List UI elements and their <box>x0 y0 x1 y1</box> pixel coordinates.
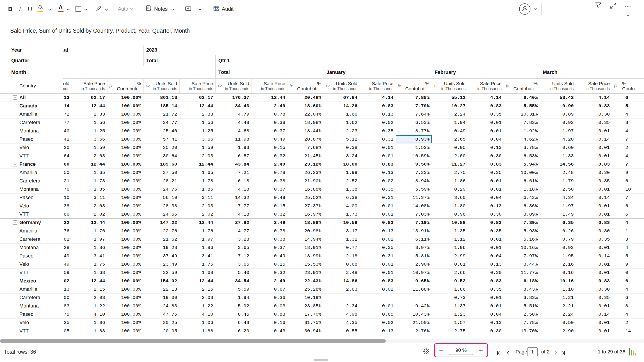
table-cell[interactable]: 0.30 <box>468 327 504 335</box>
table-cell[interactable]: 0.01 <box>360 152 396 160</box>
table-cell[interactable]: 2 <box>612 144 644 152</box>
table-cell[interactable]: 22.13 <box>143 285 179 293</box>
table-cell[interactable]: 25.40 <box>143 127 179 135</box>
font-color-button[interactable]: A <box>58 4 64 12</box>
table-cell[interactable]: 1.86 <box>432 177 468 185</box>
table-cell[interactable]: 1.73 <box>324 210 360 218</box>
table-cell[interactable]: 0.14 <box>576 252 612 260</box>
table-cell[interactable]: 0.15 <box>252 144 288 152</box>
table-cell[interactable]: 0.83 <box>360 160 396 168</box>
table-cell[interactable]: 2.58% <box>504 310 540 318</box>
table-cell[interactable]: 6 <box>612 202 644 210</box>
table-cell[interactable]: 0.01 <box>576 327 612 335</box>
table-cell[interactable]: 24.77 <box>143 118 179 126</box>
table-cell[interactable]: 8.43% <box>504 285 540 293</box>
table-cell[interactable]: 1.65 <box>179 168 216 176</box>
table-cell[interactable]: 2.75 <box>432 168 468 176</box>
table-cell[interactable]: 1.25 <box>179 127 216 135</box>
table-cell[interactable]: 25.28% <box>288 285 324 293</box>
table-cell[interactable]: 9.65% <box>396 277 432 285</box>
table-cell[interactable]: 0.01 <box>360 144 396 152</box>
table-cell[interactable]: 1.92% <box>504 127 540 135</box>
table-cell[interactable]: 6.20 <box>216 327 252 335</box>
table-cell[interactable]: 5.16% <box>504 235 540 243</box>
table-cell[interactable]: 2.75 <box>432 327 468 335</box>
table-cell[interactable]: 20.87% <box>288 135 324 143</box>
first-page-button[interactable] <box>497 350 500 355</box>
table-cell[interactable]: 7 <box>612 194 644 202</box>
previous-page-button[interactable] <box>508 350 510 355</box>
table-cell[interactable]: 100.00% <box>107 302 143 310</box>
table-cell[interactable]: 0.02 <box>360 118 396 126</box>
row-label[interactable]: −Canada <box>0 102 63 110</box>
table-cell[interactable]: 100.00% <box>107 135 143 143</box>
table-cell[interactable]: 1.37 <box>432 302 468 310</box>
table-cell[interactable]: 0.83 <box>468 102 504 110</box>
table-cell[interactable] <box>396 294 432 302</box>
table-cell[interactable]: 24.76 <box>143 185 179 193</box>
dimension-label-year[interactable]: Year <box>0 45 63 55</box>
table-cell[interactable]: 0.78 <box>252 110 288 118</box>
header-group-cell[interactable]: 2023 <box>143 45 644 55</box>
table-cell[interactable]: 5.93% <box>504 227 540 235</box>
table-cell[interactable]: 20.25 <box>63 318 71 327</box>
table-cell[interactable]: 0.01 <box>468 118 504 126</box>
row-label[interactable]: Carretera <box>0 235 63 243</box>
dimension-label-month[interactable]: Month <box>0 66 63 78</box>
row-label[interactable]: Carretera <box>0 118 63 126</box>
table-cell[interactable]: 21.90% <box>288 177 324 185</box>
table-cell[interactable]: 5 <box>612 252 644 260</box>
table-cell[interactable]: 2.49 <box>252 160 288 168</box>
table-cell[interactable]: 4.98 <box>324 310 360 318</box>
table-cell[interactable]: 20.98% <box>288 227 324 235</box>
table-cell[interactable]: 0.04 <box>468 135 504 143</box>
table-cell[interactable]: 10.59% <box>396 152 432 160</box>
collapse-icon[interactable]: − <box>12 220 17 225</box>
table-cell[interactable]: 100.00% <box>107 285 143 293</box>
table-cell[interactable]: 1.56 <box>71 118 107 126</box>
table-cell[interactable]: 21.72 <box>143 110 179 118</box>
row-label[interactable]: Velo <box>0 202 63 210</box>
table-cell[interactable]: 1.57 <box>432 318 468 327</box>
column-header[interactable]: fx%Contri... <box>612 78 644 93</box>
table-cell[interactable]: 24.83 <box>63 302 71 310</box>
table-cell[interactable]: 2.99 <box>432 252 468 260</box>
table-cell[interactable]: 1.76 <box>179 227 216 235</box>
table-cell[interactable]: 0.01 <box>576 260 612 268</box>
table-cell[interactable]: 6.18% <box>504 277 540 285</box>
table-cell[interactable]: 100.00% <box>107 144 143 152</box>
table-cell[interactable]: 2.03 <box>71 152 107 160</box>
table-cell[interactable]: 861.13 <box>143 94 179 102</box>
table-cell[interactable]: 0.35 <box>468 285 504 293</box>
table-cell[interactable]: 0.32 <box>252 152 288 160</box>
table-cell[interactable]: 4.14 <box>360 94 396 102</box>
table-cell[interactable]: 0.30 <box>576 227 612 235</box>
table-cell[interactable]: 3.44% <box>504 260 540 268</box>
table-cell[interactable]: 0.92 <box>540 244 576 252</box>
row-label[interactable]: Velo <box>0 260 63 268</box>
column-header[interactable]: Sale Pricein Thousands <box>71 78 107 93</box>
table-cell[interactable]: 20.05 <box>143 327 179 335</box>
table-cell[interactable]: 9.42% <box>396 302 432 310</box>
table-cell[interactable]: 2.02 <box>179 210 216 218</box>
table-cell[interactable]: 12.44 <box>71 277 107 285</box>
table-cell[interactable]: 1.86 <box>71 244 107 252</box>
table-cell[interactable]: 4.18 <box>216 185 252 193</box>
table-cell[interactable]: 1.75 <box>179 260 216 268</box>
table-cell[interactable]: 6.42% <box>504 194 540 202</box>
table-cell[interactable]: 22.59 <box>143 268 179 276</box>
table-cell[interactable]: 6.18 <box>216 177 252 185</box>
table-cell[interactable]: 10.19% <box>288 294 324 302</box>
table-cell[interactable]: 2.49 <box>252 102 288 110</box>
table-cell[interactable]: 67.84 <box>324 94 360 102</box>
table-cell[interactable]: 0.49 <box>252 252 288 260</box>
table-cell[interactable]: 10.31% <box>504 110 540 118</box>
table-cell[interactable]: 0.30 <box>468 268 504 276</box>
table-cell[interactable]: 2.50 <box>540 185 576 193</box>
table-cell[interactable]: 5.81% <box>396 252 432 260</box>
table-cell[interactable]: 0.04 <box>468 252 504 260</box>
table-cell[interactable]: 16.97% <box>288 210 324 218</box>
table-cell[interactable]: 7.70% <box>396 102 432 110</box>
table-cell[interactable]: 100.00% <box>107 177 143 185</box>
table-cell[interactable]: 3 <box>612 118 644 126</box>
